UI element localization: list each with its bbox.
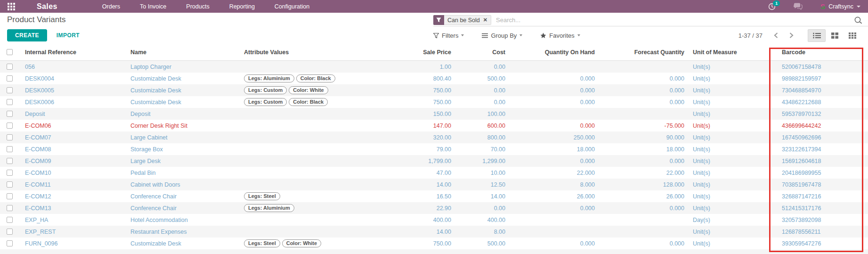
messages-icon[interactable] (794, 3, 803, 10)
row-checkbox[interactable] (0, 75, 19, 82)
cell-sale-price: 22.90 (380, 205, 453, 212)
column-header-internal-reference[interactable]: Internal Reference (19, 49, 125, 56)
cell-internal-reference: E-COM13 (19, 205, 125, 212)
cell-name: Cabinet with Doors (125, 181, 239, 188)
cell-name: Conference Chair (125, 193, 239, 200)
cell-name: Pedal Bin (125, 170, 239, 176)
search-input[interactable] (496, 16, 854, 24)
cell-quantity-on-hand: 8.000 (507, 181, 597, 188)
menu-reporting[interactable]: Reporting (229, 3, 255, 10)
row-checkbox[interactable] (0, 111, 19, 117)
row-checkbox[interactable] (0, 64, 19, 70)
cell-cost: 1,299.00 (453, 158, 507, 164)
create-button[interactable]: CREATE (7, 29, 47, 41)
table-row[interactable]: DESK0004 Customizable Desk Legs: Alumini… (0, 73, 868, 84)
cell-name: Large Desk (125, 158, 239, 164)
cell-forecast-quantity: 0.000 (597, 99, 686, 106)
cell-name: Restaurant Expenses (125, 229, 239, 235)
table-row[interactable]: E-COM09 Large Desk 1,799.00 1,299.00 0.0… (0, 155, 868, 167)
cell-name: Customizable Desk (125, 240, 239, 247)
menu-configuration[interactable]: Configuration (275, 3, 309, 10)
menu-products[interactable]: Products (186, 3, 209, 10)
list-view-button[interactable] (808, 29, 826, 42)
row-checkbox[interactable] (0, 240, 19, 246)
column-header-cost[interactable]: Cost (453, 49, 507, 56)
pager-next-icon[interactable] (789, 33, 794, 38)
attribute-badge: Color: White (282, 239, 321, 247)
search-icon[interactable] (854, 16, 862, 25)
control-row: CREATE IMPORT Filters Group By Favorites… (0, 27, 868, 44)
cell-forecast-quantity: 0.000 (597, 205, 686, 212)
cell-unit-of-measure: Unit(s) (686, 64, 754, 70)
table-row[interactable]: E-COM10 Pedal Bin 47.00 10.00 22.000 22.… (0, 167, 868, 179)
select-all-checkbox[interactable] (0, 49, 19, 55)
column-header-attribute-values[interactable]: Attribute Values (239, 49, 380, 56)
app-name[interactable]: Sales (37, 2, 57, 11)
cell-cost: 400.00 (453, 217, 507, 223)
cell-quantity-on-hand: 0.000 (507, 158, 597, 164)
cell-quantity-on-hand: 0.000 (507, 99, 597, 106)
table-body: 056 Laptop Charger 1.00 0.00 Unit(s) 520… (0, 61, 868, 249)
column-header-name[interactable]: Name (125, 49, 239, 56)
column-header-quantity-on-hand[interactable]: Quantity On Hand (507, 49, 597, 56)
table-row[interactable]: DESK0005 Customizable Desk Legs: CustomC… (0, 84, 868, 96)
row-checkbox[interactable] (0, 205, 19, 211)
menu-orders[interactable]: Orders (102, 3, 120, 10)
table-row[interactable]: 056 Laptop Charger 1.00 0.00 Unit(s) 520… (0, 61, 868, 73)
table-row[interactable]: EXP_HA Hotel Accommodation 400.00 400.00… (0, 214, 868, 226)
row-checkbox[interactable] (0, 146, 19, 152)
cell-internal-reference: EXP_HA (19, 217, 125, 223)
table-row[interactable]: DESK0006 Customizable Desk Legs: CustomC… (0, 96, 868, 108)
row-checkbox[interactable] (0, 123, 19, 129)
row-checkbox[interactable] (0, 170, 19, 176)
attribute-badge: Legs: Steel (244, 192, 280, 200)
facet-label: Can be Sold (447, 17, 480, 24)
grid-view-button[interactable] (844, 29, 861, 42)
cell-quantity-on-hand: 0.000 (507, 240, 597, 247)
filters-dropdown[interactable]: Filters (433, 32, 464, 39)
kanban-view-button[interactable] (826, 29, 844, 42)
menu-to-invoice[interactable]: To Invoice (140, 3, 166, 10)
column-header-barcode[interactable]: Barcode (754, 49, 868, 56)
table-row[interactable]: E-COM12 Conference Chair Legs: Steel 16.… (0, 190, 868, 202)
table-row[interactable]: E-COM11 Cabinet with Doors 14.00 12.50 8… (0, 179, 868, 190)
row-checkbox[interactable] (0, 181, 19, 188)
activity-clock-icon[interactable]: 1 (768, 3, 776, 10)
table-row[interactable]: E-COM08 Storage Box 79.00 70.00 18.000 1… (0, 143, 868, 155)
row-checkbox[interactable] (0, 217, 19, 223)
table-row[interactable]: E-COM13 Conference Chair Legs: Aluminium… (0, 202, 868, 214)
cell-quantity-on-hand: 22.000 (507, 170, 597, 176)
import-button[interactable]: IMPORT (57, 32, 80, 39)
table-row[interactable]: FURN_0096 Customizable Desk Legs: SteelC… (0, 238, 868, 249)
pager-previous-icon[interactable] (774, 33, 778, 38)
cell-sale-price: 750.00 (380, 99, 453, 106)
row-checkbox[interactable] (0, 134, 19, 140)
cell-cost: 500.00 (453, 240, 507, 247)
breadcrumb-row: Product Variants Can be Sold ✕ (0, 13, 868, 27)
cell-barcode: 436699644242 (754, 123, 868, 129)
row-checkbox[interactable] (0, 99, 19, 105)
group-by-dropdown[interactable]: Group By (482, 32, 522, 39)
user-menu[interactable]: S Craftsync (820, 2, 860, 10)
main-menu: Orders To Invoice Products Reporting Con… (102, 3, 309, 10)
cell-attribute-values: Legs: CustomColor: Black (239, 98, 380, 106)
cell-name: Corner Desk Right Sit (125, 123, 239, 129)
column-header-unit-of-measure[interactable]: Unit of Measure (686, 49, 754, 56)
row-checkbox[interactable] (0, 87, 19, 93)
table-row[interactable]: E-COM07 Large Cabinet 320.00 800.00 250.… (0, 131, 868, 143)
facet-remove-icon[interactable]: ✕ (483, 17, 487, 23)
column-header-sale-price[interactable]: Sale Price (380, 49, 453, 56)
row-checkbox[interactable] (0, 229, 19, 235)
row-checkbox[interactable] (0, 158, 19, 164)
cell-cost: 500.00 (453, 75, 507, 82)
apps-grid-icon[interactable] (8, 3, 15, 10)
table-row[interactable]: EXP_REST Restaurant Expenses 14.00 8.00 … (0, 226, 868, 238)
cell-attribute-values: Legs: AluminiumColor: Black (239, 74, 380, 82)
column-header-forecast-quantity[interactable]: Forecast Quantity (597, 49, 686, 56)
row-checkbox[interactable] (0, 193, 19, 199)
favorites-dropdown[interactable]: Favorites (540, 32, 580, 39)
cell-barcode: 512415317176 (754, 205, 868, 212)
table-row[interactable]: E-COM06 Corner Desk Right Sit 147.00 600… (0, 120, 868, 131)
cell-unit-of-measure: Unit(s) (686, 134, 754, 141)
table-row[interactable]: Deposit Deposit 150.00 100.00 Unit(s) 59… (0, 108, 868, 120)
